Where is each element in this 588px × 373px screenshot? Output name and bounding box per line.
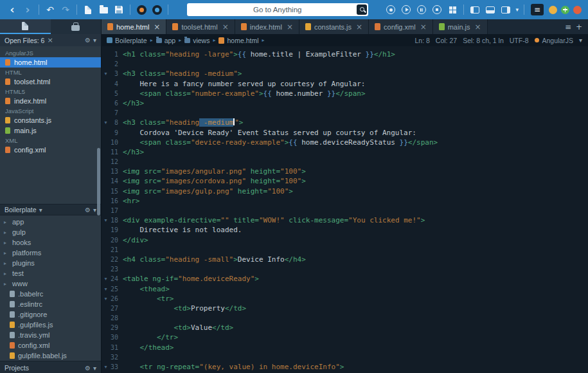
tree-item-.eslintrc[interactable]: .eslintrc	[0, 299, 101, 309]
tab-open-files[interactable]	[0, 19, 51, 34]
close-tab-icon[interactable]: ×	[475, 23, 481, 32]
caret-down-icon[interactable]: ▾	[93, 365, 96, 372]
main-menu-button[interactable]: ≡	[531, 4, 544, 15]
editor[interactable]: 1<h1 class="heading -large">{{ home.titl…	[102, 46, 588, 373]
projects-header[interactable]: Projects ⚙ ▾	[0, 361, 101, 373]
toggle-left-pane-button[interactable]	[468, 2, 482, 17]
close-tab-icon[interactable]: ×	[222, 23, 229, 32]
code-line[interactable]: ▾24<table ng-if="home.deviceReady">	[102, 274, 588, 284]
breadcrumb-item[interactable]: home.html	[218, 37, 258, 44]
tree-item-app[interactable]: ▸app	[0, 217, 101, 227]
code-line[interactable]: 10 <span class="device-ready-example">{{…	[102, 138, 588, 147]
search-shortcut-badge[interactable]	[357, 5, 367, 15]
close-tab-icon[interactable]: ×	[356, 23, 362, 32]
preview-button[interactable]	[134, 2, 148, 17]
code-line[interactable]: 21	[102, 245, 588, 255]
close-tab-icon[interactable]: ×	[287, 23, 293, 32]
tab-index.html[interactable]: index.html×	[235, 19, 299, 34]
tab-toolbox[interactable]	[51, 19, 102, 34]
chevron-right-icon[interactable]: ▸	[4, 219, 9, 225]
caret-down-icon[interactable]: ▾	[579, 37, 582, 44]
add-circle-button[interactable]	[561, 6, 569, 14]
fold-arrow-icon[interactable]: ▾	[102, 118, 110, 127]
code-line[interactable]: ▾8<h3 class="heading -medium">	[102, 118, 588, 127]
code-line[interactable]: ▾25 <thead>	[102, 284, 588, 294]
tab-config.xml[interactable]: config.xml×	[369, 19, 433, 34]
places-header[interactable]: Boilerplate ▾ ⚙ ▾	[0, 204, 101, 215]
tab-constants.js[interactable]: constants.js×	[299, 19, 369, 34]
new-file-button[interactable]	[81, 2, 95, 17]
tree-item-test[interactable]: ▸test	[0, 268, 101, 278]
chevron-right-icon[interactable]: ▸	[4, 260, 9, 266]
code-line[interactable]: 31 </thead>	[102, 343, 588, 352]
open-file-item[interactable]: config.xml	[0, 145, 101, 155]
go-to-anything-box[interactable]	[187, 3, 368, 16]
code-line[interactable]: 4 Here is a fancy number served up court…	[102, 79, 588, 89]
breadcrumb-item[interactable]: app	[156, 37, 176, 44]
macro-pause-button[interactable]	[414, 2, 429, 17]
fold-arrow-icon[interactable]: ▾	[102, 294, 110, 304]
search-input[interactable]	[187, 3, 368, 16]
fold-arrow-icon[interactable]: ▾	[102, 215, 110, 225]
tree-item-www[interactable]: ▸www	[0, 278, 101, 289]
chevron-right-icon[interactable]: ▸	[4, 271, 9, 277]
tab-list-icon[interactable]: ≡	[565, 23, 571, 32]
fold-arrow-icon[interactable]: ▾	[102, 69, 110, 78]
tree-item-.travis.yml[interactable]: .travis.yml	[0, 330, 101, 340]
breadcrumb-item[interactable]: Boilerplate	[107, 37, 147, 44]
code-line[interactable]: 13<img src="images/angular.png" height="…	[102, 167, 588, 176]
warning-circle-button[interactable]	[549, 6, 557, 14]
code-line[interactable]: 19 Directive is not loaded.	[102, 225, 588, 235]
open-file-item[interactable]: home.html	[0, 57, 101, 68]
redo-button[interactable]: ↷	[58, 2, 73, 17]
macro-record-button[interactable]	[384, 2, 398, 17]
tree-item-hooks[interactable]: ▸hooks	[0, 237, 101, 248]
code-line[interactable]: ▾33 <tr ng-repeat="(key, value) in home.…	[102, 362, 588, 372]
chevron-right-icon[interactable]: ▸	[4, 230, 9, 235]
code-line[interactable]: 30 </tr>	[102, 332, 588, 342]
gear-icon[interactable]: ⚙	[85, 365, 91, 372]
back-button[interactable]: ‹	[5, 2, 19, 17]
fold-arrow-icon[interactable]: ▾	[102, 274, 110, 284]
code-line[interactable]: 27 <td>Property</td>	[102, 304, 588, 313]
chevron-right-icon[interactable]: ▸	[4, 250, 9, 256]
forward-button[interactable]: ›	[21, 2, 35, 17]
tree-item-config.xml[interactable]: config.xml	[0, 340, 101, 350]
code-line[interactable]: 12	[102, 157, 588, 167]
toggle-right-pane-button[interactable]	[499, 2, 513, 17]
close-tab-icon[interactable]: ×	[420, 23, 427, 32]
open-folder-button[interactable]	[96, 2, 111, 17]
code-line[interactable]: 17	[102, 206, 588, 215]
new-tab-icon[interactable]: +	[576, 23, 582, 32]
tab-main.js[interactable]: main.js×	[433, 19, 488, 34]
apps-grid-button[interactable]	[445, 2, 459, 17]
macro-play-button[interactable]	[399, 2, 413, 17]
breadcrumb-item[interactable]: views	[184, 37, 209, 44]
code-line[interactable]: 15<img src="images/gulp.png" height="100…	[102, 186, 588, 196]
save-button[interactable]	[112, 2, 126, 17]
tab-toolset.html[interactable]: toolset.html×	[166, 19, 235, 34]
tree-item-gulp[interactable]: ▸gulp	[0, 227, 101, 237]
code-line[interactable]: ▾3<h3 class="heading -medium">	[102, 69, 588, 78]
alert-circle-button[interactable]	[573, 6, 582, 14]
panes-caret-icon[interactable]: ▾	[515, 6, 519, 13]
code-line[interactable]: 5 <span class="number-example">{{ home.n…	[102, 89, 588, 98]
toggle-bottom-pane-button[interactable]	[483, 2, 497, 17]
run-button[interactable]	[150, 2, 164, 17]
code-line[interactable]: 20</div>	[102, 235, 588, 245]
tree-item-.babelrc[interactable]: .babelrc	[0, 289, 101, 299]
fold-arrow-icon[interactable]: ▾	[102, 362, 110, 372]
tab-home.html[interactable]: home.html×	[102, 19, 166, 34]
language-selector[interactable]: AngularJS	[542, 37, 573, 44]
tree-item-plugins[interactable]: ▸plugins	[0, 258, 101, 268]
caret-down-icon[interactable]: ▾	[93, 37, 96, 44]
code-line[interactable]: 9 Cordova 'Device Ready' Event Status se…	[102, 128, 588, 138]
code-line[interactable]: 14<img src="images/cordova.png" height="…	[102, 176, 588, 186]
open-file-item[interactable]: index.html	[0, 96, 101, 106]
code-line[interactable]: 2	[102, 59, 588, 69]
code-line[interactable]: 16<hr>	[102, 196, 588, 206]
code-line[interactable]: ▾26 <tr>	[102, 294, 588, 304]
code-line[interactable]: 32	[102, 352, 588, 362]
code-line[interactable]: 28	[102, 313, 588, 323]
open-file-item[interactable]: main.js	[0, 125, 101, 136]
